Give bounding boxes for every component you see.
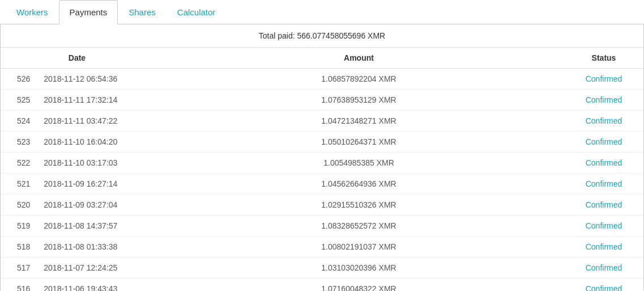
tab-shares[interactable]: Shares bbox=[118, 0, 167, 24]
confirmed-link[interactable]: Confirmed bbox=[586, 242, 622, 251]
row-id: 521 bbox=[1, 174, 37, 195]
row-amount: 1.07638953129 XMR bbox=[153, 90, 564, 111]
row-status[interactable]: Confirmed bbox=[564, 258, 643, 279]
row-id: 516 bbox=[1, 279, 37, 292]
confirmed-link[interactable]: Confirmed bbox=[586, 200, 622, 209]
row-date: 2018-11-08 14:37:57 bbox=[37, 216, 153, 237]
tab-calculator[interactable]: Calculator bbox=[167, 0, 227, 24]
row-amount: 1.06857892204 XMR bbox=[153, 69, 564, 90]
table-row: 5192018-11-08 14:37:571.08328652572 XMRC… bbox=[1, 216, 643, 237]
date-header: Date bbox=[1, 48, 153, 69]
row-amount: 1.0054985385 XMR bbox=[153, 153, 564, 174]
confirmed-link[interactable]: Confirmed bbox=[586, 158, 622, 167]
row-date: 2018-11-06 19:43:43 bbox=[37, 279, 153, 292]
confirmed-link[interactable]: Confirmed bbox=[586, 263, 622, 272]
table-row: 5202018-11-09 03:27:041.02915510326 XMRC… bbox=[1, 195, 643, 216]
row-date: 2018-11-09 16:27:14 bbox=[37, 174, 153, 195]
tab-workers[interactable]: Workers bbox=[6, 0, 59, 24]
row-amount: 1.05010264371 XMR bbox=[153, 132, 564, 153]
total-paid-bar: Total paid: 566.077458055696 XMR bbox=[1, 24, 643, 48]
row-date: 2018-11-12 06:54:36 bbox=[37, 69, 153, 90]
confirmed-link[interactable]: Confirmed bbox=[586, 221, 622, 230]
row-amount: 1.03103020396 XMR bbox=[153, 258, 564, 279]
payments-tbody: 5262018-11-12 06:54:361.06857892204 XMRC… bbox=[1, 69, 643, 292]
row-status[interactable]: Confirmed bbox=[564, 69, 643, 90]
table-row: 5182018-11-08 01:33:381.00802191037 XMRC… bbox=[1, 237, 643, 258]
row-id: 519 bbox=[1, 216, 37, 237]
tab-payments[interactable]: Payments bbox=[59, 0, 118, 24]
row-date: 2018-11-10 16:04:20 bbox=[37, 132, 153, 153]
tabs-container: WorkersPaymentsSharesCalculator Total pa… bbox=[0, 0, 644, 291]
confirmed-link[interactable]: Confirmed bbox=[586, 137, 622, 146]
table-row: 5222018-11-10 03:17:031.0054985385 XMRCo… bbox=[1, 153, 643, 174]
row-id: 524 bbox=[1, 111, 37, 132]
row-date: 2018-11-11 17:32:14 bbox=[37, 90, 153, 111]
row-status[interactable]: Confirmed bbox=[564, 195, 643, 216]
content-area: Total paid: 566.077458055696 XMR Date Am… bbox=[0, 24, 644, 291]
row-id: 522 bbox=[1, 153, 37, 174]
row-amount: 1.04721348271 XMR bbox=[153, 111, 564, 132]
row-amount: 1.02915510326 XMR bbox=[153, 195, 564, 216]
row-date: 2018-11-10 03:17:03 bbox=[37, 153, 153, 174]
row-status[interactable]: Confirmed bbox=[564, 153, 643, 174]
row-amount: 1.08328652572 XMR bbox=[153, 216, 564, 237]
row-status[interactable]: Confirmed bbox=[564, 216, 643, 237]
row-id: 517 bbox=[1, 258, 37, 279]
row-date: 2018-11-09 03:27:04 bbox=[37, 195, 153, 216]
tab-bar: WorkersPaymentsSharesCalculator bbox=[0, 0, 644, 24]
table-row: 5212018-11-09 16:27:141.04562664936 XMRC… bbox=[1, 174, 643, 195]
row-id: 526 bbox=[1, 69, 37, 90]
row-id: 525 bbox=[1, 90, 37, 111]
row-date: 2018-11-07 12:24:25 bbox=[37, 258, 153, 279]
row-id: 520 bbox=[1, 195, 37, 216]
row-date: 2018-11-11 03:47:22 bbox=[37, 111, 153, 132]
row-status[interactable]: Confirmed bbox=[564, 111, 643, 132]
row-status[interactable]: Confirmed bbox=[564, 174, 643, 195]
total-paid-text: Total paid: 566.077458055696 XMR bbox=[259, 31, 385, 40]
table-row: 5232018-11-10 16:04:201.05010264371 XMRC… bbox=[1, 132, 643, 153]
table-row: 5262018-11-12 06:54:361.06857892204 XMRC… bbox=[1, 69, 643, 90]
table-row: 5162018-11-06 19:43:431.07160048322 XMRC… bbox=[1, 279, 643, 292]
table-row: 5172018-11-07 12:24:251.03103020396 XMRC… bbox=[1, 258, 643, 279]
status-header: Status bbox=[564, 48, 643, 69]
confirmed-link[interactable]: Confirmed bbox=[586, 179, 622, 188]
row-status[interactable]: Confirmed bbox=[564, 279, 643, 292]
row-status[interactable]: Confirmed bbox=[564, 237, 643, 258]
confirmed-link[interactable]: Confirmed bbox=[586, 116, 622, 125]
confirmed-link[interactable]: Confirmed bbox=[586, 74, 622, 83]
row-id: 518 bbox=[1, 237, 37, 258]
row-status[interactable]: Confirmed bbox=[564, 90, 643, 111]
confirmed-link[interactable]: Confirmed bbox=[586, 95, 622, 104]
row-status[interactable]: Confirmed bbox=[564, 132, 643, 153]
row-amount: 1.07160048322 XMR bbox=[153, 279, 564, 292]
row-amount: 1.00802191037 XMR bbox=[153, 237, 564, 258]
table-row: 5252018-11-11 17:32:141.07638953129 XMRC… bbox=[1, 90, 643, 111]
confirmed-link[interactable]: Confirmed bbox=[586, 284, 622, 291]
table-header-row: Date Amount Status bbox=[1, 48, 643, 69]
payments-table: Date Amount Status 5262018-11-12 06:54:3… bbox=[1, 48, 643, 291]
amount-header: Amount bbox=[153, 48, 564, 69]
row-date: 2018-11-08 01:33:38 bbox=[37, 237, 153, 258]
row-id: 523 bbox=[1, 132, 37, 153]
row-amount: 1.04562664936 XMR bbox=[153, 174, 564, 195]
table-row: 5242018-11-11 03:47:221.04721348271 XMRC… bbox=[1, 111, 643, 132]
